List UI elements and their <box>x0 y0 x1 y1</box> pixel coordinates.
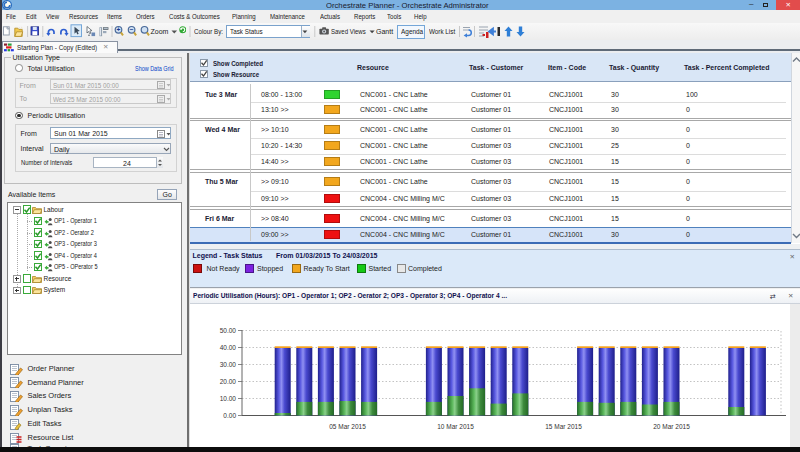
svg-text:20 Mar 2015: 20 Mar 2015 <box>653 423 690 430</box>
svg-text:10 Mar 2015: 10 Mar 2015 <box>437 423 474 430</box>
svg-text:30.00: 30.00 <box>219 360 236 367</box>
svg-text:05 Mar 2015: 05 Mar 2015 <box>329 423 366 430</box>
svg-text:+: + <box>117 26 121 33</box>
svg-text:15 Mar 2015: 15 Mar 2015 <box>545 423 582 430</box>
svg-text:−: − <box>130 26 134 33</box>
svg-text:0.00: 0.00 <box>223 411 236 418</box>
svg-text:10.00: 10.00 <box>219 394 236 401</box>
svg-text:20.00: 20.00 <box>219 377 236 384</box>
svg-text:40.00: 40.00 <box>219 343 236 350</box>
svg-text:50.00: 50.00 <box>219 326 236 333</box>
